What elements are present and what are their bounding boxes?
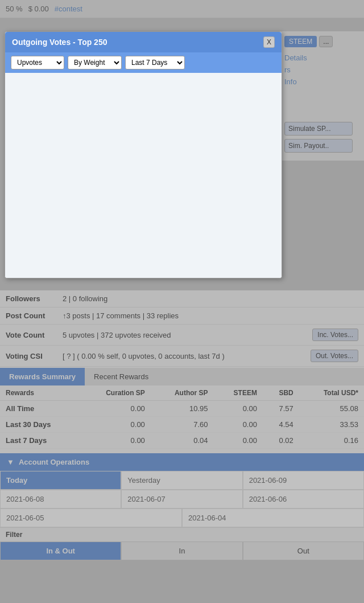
period-select[interactable]: Last 7 Days Last 30 Days All Time	[125, 56, 185, 69]
modal-controls: Upvotes Downvotes By Weight By Count By …	[5, 52, 282, 73]
outgoing-votes-modal: Outgoing Votes - Top 250 X Upvotes Downv…	[5, 31, 282, 278]
modal-close-button[interactable]: X	[263, 36, 275, 48]
modal-title: Outgoing Votes - Top 250	[12, 38, 107, 47]
modal-header: Outgoing Votes - Top 250 X	[5, 32, 282, 52]
modal-body	[5, 73, 282, 278]
sort-select[interactable]: By Weight By Count By Account	[68, 56, 122, 69]
vote-type-select[interactable]: Upvotes Downvotes	[11, 56, 64, 69]
